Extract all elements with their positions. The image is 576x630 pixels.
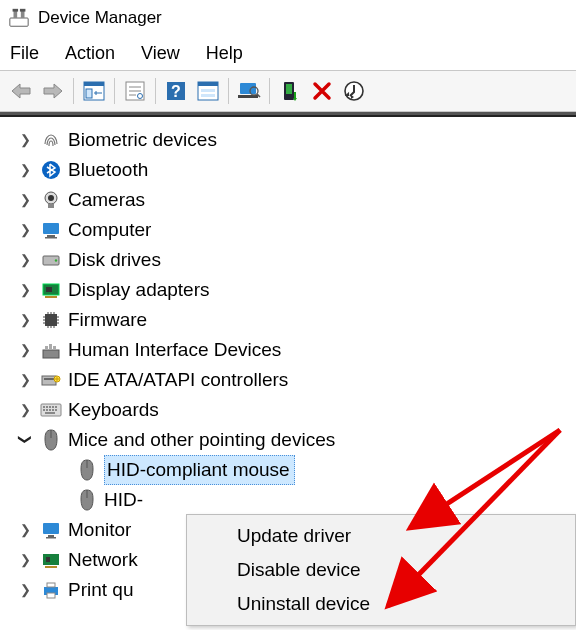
tree-label: Human Interface Devices [68, 336, 281, 365]
svg-rect-17 [201, 89, 215, 92]
expander-icon[interactable]: ❯ [16, 160, 34, 180]
svg-rect-29 [48, 204, 54, 208]
mouse-icon [40, 429, 62, 451]
expander-collapse-icon[interactable]: ❯ [15, 431, 35, 449]
expander-icon[interactable]: ❯ [16, 130, 34, 150]
menu-view[interactable]: View [141, 43, 180, 64]
tree-node-monitors[interactable]: ❯ Monitor [16, 515, 176, 545]
svg-rect-70 [55, 409, 57, 411]
svg-rect-24 [286, 84, 292, 94]
svg-rect-67 [46, 409, 48, 411]
menu-help[interactable]: Help [206, 43, 243, 64]
svg-rect-30 [43, 223, 59, 234]
svg-rect-79 [46, 557, 50, 562]
svg-rect-64 [52, 406, 54, 408]
tree-node-print-queues[interactable]: ❯ Print qu [16, 575, 182, 605]
tree-node-network[interactable]: ❯ Network [16, 545, 182, 575]
tree-label: Monitor [68, 516, 131, 545]
svg-rect-32 [45, 237, 57, 239]
context-uninstall-device[interactable]: Uninstall device [187, 587, 575, 621]
titlebar: Device Manager [0, 0, 576, 36]
tree-node-hid[interactable]: ❯ Human Interface Devices [16, 335, 576, 365]
svg-rect-53 [49, 344, 52, 350]
tree-node-computer[interactable]: ❯ Computer [16, 215, 576, 245]
svg-rect-69 [52, 409, 54, 411]
expander-icon[interactable]: ❯ [16, 220, 34, 240]
expander-icon[interactable]: ❯ [16, 370, 34, 390]
expander-icon[interactable]: ❯ [16, 520, 34, 540]
expander-icon[interactable]: ❯ [16, 550, 34, 570]
expander-icon[interactable]: ❯ [16, 310, 34, 330]
update-driver-button[interactable] [275, 76, 305, 106]
tree-node-biometric[interactable]: ❯ Biometric devices [16, 125, 576, 155]
svg-rect-66 [43, 409, 45, 411]
expander-icon[interactable]: ❯ [16, 580, 34, 600]
expander-icon[interactable]: ❯ [16, 280, 34, 300]
menu-file[interactable]: File [10, 43, 39, 64]
toolbar-divider [155, 78, 156, 104]
svg-rect-80 [45, 566, 57, 568]
firmware-icon [40, 309, 62, 331]
menubar: File Action View Help [0, 36, 576, 70]
tree-node-keyboards[interactable]: ❯ Keyboards [16, 395, 576, 425]
tree-node-ide[interactable]: ❯ IDE ATA/ATAPI controllers [16, 365, 576, 395]
toolbar-divider [228, 78, 229, 104]
svg-rect-61 [43, 406, 45, 408]
scan-hardware-button[interactable] [234, 76, 264, 106]
tree-label: Display adapters [68, 276, 210, 305]
tree-label: Print qu [68, 576, 133, 605]
forward-button[interactable] [38, 76, 68, 106]
tree-node-mice[interactable]: ❯ Mice and other pointing devices [16, 425, 576, 455]
expander-icon[interactable]: ❯ [16, 340, 34, 360]
context-update-driver[interactable]: Update driver [187, 519, 575, 553]
svg-rect-16 [198, 82, 218, 86]
svg-rect-63 [49, 406, 51, 408]
tree-label: Mice and other pointing devices [68, 426, 335, 455]
svg-rect-7 [86, 89, 92, 98]
tree-node-firmware[interactable]: ❯ Firmware [16, 305, 576, 335]
svg-rect-82 [47, 583, 55, 587]
show-hide-tree-button[interactable] [79, 76, 109, 106]
tree-node-hid-mouse-2[interactable]: HID- [76, 485, 156, 515]
disk-icon [40, 249, 62, 271]
toolbar-divider [73, 78, 74, 104]
action-button[interactable] [193, 76, 223, 106]
toolbar: ? [0, 70, 576, 112]
tree-node-hid-mouse-1[interactable]: HID-compliant mouse [76, 455, 576, 485]
tree-node-bluetooth[interactable]: ❯ Bluetooth [16, 155, 576, 185]
expander-icon[interactable]: ❯ [16, 250, 34, 270]
tree-label: Keyboards [68, 396, 159, 425]
app-icon [8, 7, 30, 29]
svg-rect-3 [13, 9, 18, 12]
svg-rect-0 [10, 18, 28, 26]
monitor-icon [40, 519, 62, 541]
svg-rect-77 [46, 537, 56, 539]
help-button[interactable]: ? [161, 76, 191, 106]
tree-node-display-adapters[interactable]: ❯ Display adapters [16, 275, 576, 305]
tree-label: Biometric devices [68, 126, 217, 155]
tree-label: Network [68, 546, 138, 575]
menu-action[interactable]: Action [65, 43, 115, 64]
hid-icon [40, 339, 62, 361]
tree-node-disk-drives[interactable]: ❯ Disk drives [16, 245, 576, 275]
context-menu: Update driver Disable device Uninstall d… [186, 514, 576, 626]
svg-point-28 [48, 195, 54, 201]
svg-rect-65 [55, 406, 57, 408]
expander-icon[interactable]: ❯ [16, 190, 34, 210]
svg-rect-54 [53, 346, 56, 350]
svg-rect-6 [84, 82, 104, 86]
back-button[interactable] [6, 76, 36, 106]
tree-node-cameras[interactable]: ❯ Cameras [16, 185, 576, 215]
svg-rect-51 [43, 350, 59, 358]
svg-rect-62 [46, 406, 48, 408]
properties-button[interactable] [120, 76, 150, 106]
disable-button[interactable] [339, 76, 369, 106]
svg-rect-19 [240, 83, 256, 94]
expander-icon[interactable]: ❯ [16, 400, 34, 420]
svg-rect-56 [44, 378, 54, 380]
svg-rect-83 [47, 593, 55, 598]
svg-text:?: ? [171, 83, 181, 100]
uninstall-button[interactable] [307, 76, 337, 106]
context-disable-device[interactable]: Disable device [187, 553, 575, 587]
tree-label-selected: HID-compliant mouse [104, 455, 295, 486]
